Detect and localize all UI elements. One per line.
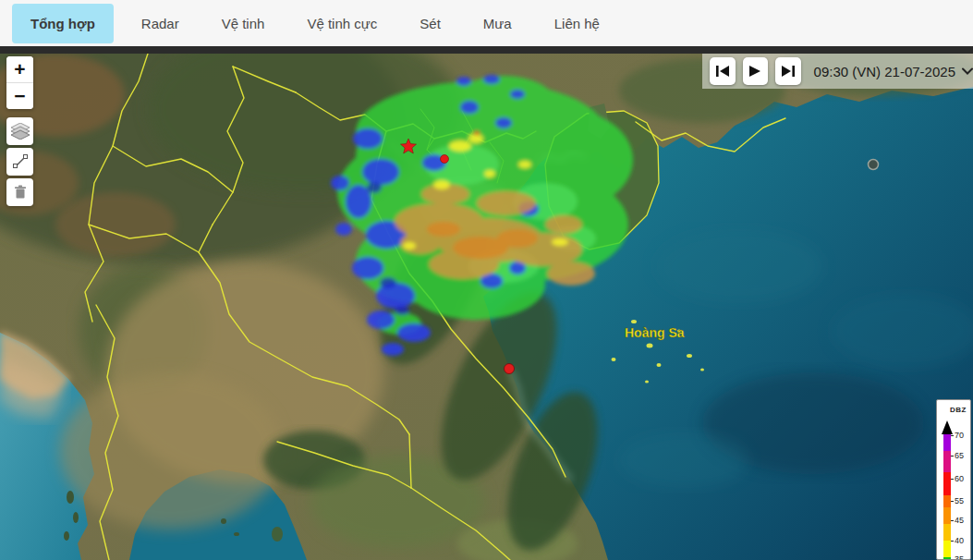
tab-radar[interactable]: Radar xyxy=(127,4,194,43)
tab-tong-hop[interactable]: Tổng hợp xyxy=(12,4,114,43)
legend-tick-label: 60 xyxy=(955,474,964,483)
playback-bar: 09:30 (VN) 21-07-2025 xyxy=(702,54,973,89)
legend-tick-label: 45 xyxy=(955,516,964,525)
legend-tick-label: 70 xyxy=(955,431,964,440)
map-container[interactable]: Hoàng Sa xyxy=(0,54,973,560)
legend-arrow-icon xyxy=(942,420,953,434)
dbz-legend: DBZ 70656055454035 xyxy=(936,399,971,560)
top-navbar: Tổng hợp Radar Vệ tinh Vệ tinh cực Sét M… xyxy=(0,0,973,46)
tab-set[interactable]: Sét xyxy=(405,4,456,43)
zoom-out-button[interactable]: − xyxy=(6,83,33,109)
trash-icon xyxy=(14,185,27,200)
legend-title: DBZ xyxy=(950,406,967,414)
map-canvas[interactable]: Hoàng Sa xyxy=(0,54,973,560)
tab-ve-tinh[interactable]: Vệ tinh xyxy=(207,4,280,43)
layers-button[interactable] xyxy=(6,117,33,145)
tab-lien-he[interactable]: Liên hệ xyxy=(540,4,614,43)
radar-station-dot-marker[interactable] xyxy=(441,155,449,164)
chevron-down-icon xyxy=(962,67,973,75)
skip-to-end-icon xyxy=(782,66,795,77)
legend-tick-label: 55 xyxy=(955,496,964,505)
legend-tick-label: 65 xyxy=(955,451,964,460)
navbar-divider xyxy=(0,46,973,54)
clear-button[interactable] xyxy=(6,178,33,206)
hoang-sa-label: Hoàng Sa xyxy=(625,325,685,340)
weather-radar-app: Tổng hợp Radar Vệ tinh Vệ tinh cực Sét M… xyxy=(0,0,973,560)
legend-tick-label: 35 xyxy=(955,554,964,560)
skip-to-start-button[interactable] xyxy=(710,57,736,85)
tab-ve-tinh-cuc[interactable]: Vệ tinh cực xyxy=(292,4,392,43)
play-icon xyxy=(749,66,760,77)
radar-station-dot-marker[interactable] xyxy=(505,364,515,374)
measure-icon xyxy=(13,154,28,169)
legend-colorbar xyxy=(943,434,951,560)
zoom-control-group: + − xyxy=(6,56,33,109)
minus-icon: − xyxy=(14,85,25,107)
timestamp-label: 09:30 (VN) 21-07-2025 xyxy=(814,64,955,79)
legend-tick-label: 40 xyxy=(955,536,964,545)
tab-mua[interactable]: Mưa xyxy=(468,4,527,43)
plus-icon: + xyxy=(14,58,25,80)
atoll-ring xyxy=(869,160,879,170)
layers-icon xyxy=(11,123,30,140)
play-button[interactable] xyxy=(743,57,769,85)
zoom-in-button[interactable]: + xyxy=(6,56,33,82)
measure-button[interactable] xyxy=(6,148,33,176)
skip-to-start-icon xyxy=(716,66,729,77)
skip-to-end-button[interactable] xyxy=(775,57,801,85)
time-selector[interactable]: 09:30 (VN) 21-07-2025 xyxy=(814,64,973,79)
